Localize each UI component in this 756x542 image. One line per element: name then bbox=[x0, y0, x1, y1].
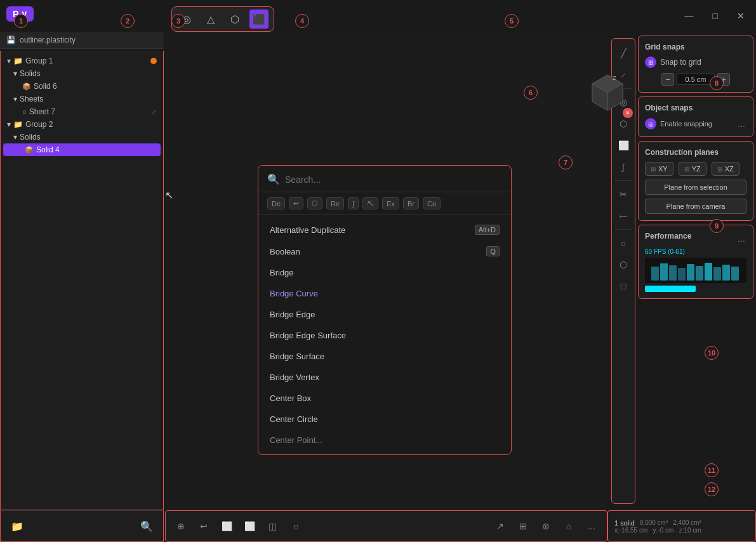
cat-de[interactable]: De bbox=[267, 197, 285, 209]
result-label: Alternative Duplicate bbox=[270, 225, 345, 235]
line-tool[interactable]: ╱ bbox=[614, 44, 633, 63]
bbox-tool-btn[interactable]: ⬜ bbox=[241, 517, 258, 535]
construction-planes-title: Construction planes bbox=[645, 148, 746, 157]
xz-plane-button[interactable]: ⊞ XZ bbox=[712, 162, 739, 176]
rect-tool[interactable]: ⬜ bbox=[614, 136, 633, 155]
result-bridge[interactable]: Bridge bbox=[258, 262, 511, 283]
rotate-tool-btn[interactable]: ↩ bbox=[195, 517, 213, 535]
performance-section: Performance ... 60 FPS (0-61) bbox=[638, 225, 753, 299]
group1-solids-label: Solids bbox=[20, 69, 41, 78]
result-center-point[interactable]: Center Point... bbox=[258, 430, 511, 451]
toolbar-divider3 bbox=[614, 229, 633, 230]
cat-solid[interactable]: ⬡ bbox=[307, 197, 322, 209]
scale-tool-btn[interactable]: ⬜ bbox=[218, 517, 235, 535]
cat-co[interactable]: Co bbox=[423, 197, 441, 209]
cat-undo[interactable]: ↩ bbox=[289, 197, 303, 209]
grid-tool-btn[interactable]: ⊞ bbox=[514, 517, 532, 535]
plane-from-camera-button[interactable]: Plane from camera bbox=[645, 199, 746, 214]
result-label: Bridge Edge bbox=[270, 310, 315, 319]
result-bridge-edge[interactable]: Bridge Edge bbox=[258, 304, 511, 325]
chevron-down-icon: ▾ bbox=[13, 95, 17, 103]
result-bridge-surface[interactable]: Bridge Surface bbox=[258, 346, 511, 367]
performance-more-button[interactable]: ... bbox=[736, 232, 746, 245]
solid6-item[interactable]: 📦 Solid 6 bbox=[1, 80, 163, 93]
group1-sheets-category[interactable]: ▾ Sheets bbox=[1, 93, 163, 105]
sidebar-bottom-bar: 📁 🔍 bbox=[0, 510, 164, 542]
toolbar-icon-solid[interactable]: ⬛ bbox=[249, 10, 269, 29]
construction-planes-section: Construction planes ⊞ XY ⊞ YZ ⊞ XZ Plane… bbox=[638, 141, 753, 221]
badge-6: 6 bbox=[524, 86, 538, 100]
group2-solids-category[interactable]: ▾ Solids bbox=[1, 131, 163, 143]
fps-display: 60 FPS (0-61) bbox=[645, 248, 746, 255]
search-results: Alternative Duplicate Alt+D Boolean Q Br… bbox=[258, 215, 511, 454]
cat-spline[interactable]: ∫ bbox=[348, 197, 359, 209]
chevron-down-icon: ▾ bbox=[13, 69, 17, 78]
sheet7-item[interactable]: ○ Sheet 7 ⤢ bbox=[1, 105, 163, 118]
solid4-item[interactable]: 📦 Solid 4 bbox=[3, 143, 161, 156]
solid-area: 8,000 cm² bbox=[640, 519, 668, 526]
toolbar-icon-hex[interactable]: ⬡ bbox=[225, 10, 244, 29]
svg-rect-28 bbox=[678, 268, 686, 281]
result-bridge-vertex[interactable]: Bridge Vertex bbox=[258, 367, 511, 388]
result-center-box[interactable]: Center Box bbox=[258, 388, 511, 409]
object-snap-icon: ◎ bbox=[645, 118, 656, 129]
badge-9: 9 bbox=[710, 219, 724, 233]
solid4-label: Solid 4 bbox=[36, 145, 60, 154]
snap-to-grid-label: Snap to grid bbox=[660, 58, 701, 67]
sphere-tool[interactable]: ○ bbox=[614, 234, 633, 253]
branch-tool-btn[interactable]: ⊛ bbox=[537, 517, 555, 535]
cube-widget[interactable]: Z ✕ bbox=[585, 70, 630, 116]
result-bridge-curve[interactable]: Bridge Curve bbox=[258, 283, 511, 304]
sidebar-folder-icon[interactable]: 📁 bbox=[11, 520, 23, 532]
align-tool-btn[interactable]: ⟤ bbox=[286, 517, 304, 535]
cat-re[interactable]: Re bbox=[326, 197, 344, 209]
xy-plane-button[interactable]: ⊞ XY bbox=[645, 162, 673, 176]
object-snaps-section: Object snaps ◎ Enable snapping ... bbox=[638, 96, 753, 137]
sidebar-search-icon[interactable]: 🔍 bbox=[140, 520, 153, 532]
more-tool-btn[interactable]: ... bbox=[583, 517, 600, 535]
search-popup: 🔍 De ↩ ⬡ Re ∫ ⛏ Ex Br Co Alternative Dup… bbox=[258, 165, 512, 455]
cat-tool[interactable]: ⛏ bbox=[362, 197, 378, 209]
plane-from-selection-button[interactable]: Plane from selection bbox=[645, 180, 746, 195]
group1-solids-category[interactable]: ▾ Solids bbox=[1, 67, 163, 80]
group1-item[interactable]: ▾ 📁 Group 1 bbox=[1, 55, 163, 67]
bend-tool[interactable]: ⟝ bbox=[614, 206, 633, 225]
top-toolbar: ◎ △ ⬡ ⬛ bbox=[171, 6, 274, 32]
result-boolean[interactable]: Boolean Q bbox=[258, 241, 511, 262]
coord-z: z:10 cm bbox=[679, 527, 701, 534]
badge-5: 5 bbox=[505, 14, 519, 28]
snap-tool-btn[interactable]: ↗ bbox=[491, 517, 509, 535]
svg-rect-27 bbox=[669, 265, 677, 281]
result-bridge-edge-surface[interactable]: Bridge Edge Surface bbox=[258, 325, 511, 346]
cat-br[interactable]: Br bbox=[403, 197, 419, 209]
mirror-tool-btn[interactable]: ◫ bbox=[263, 517, 281, 535]
sheet7-label: Sheet 7 bbox=[29, 107, 55, 116]
cat-ex[interactable]: Ex bbox=[382, 197, 399, 209]
status-bar: 1 solid 8,000 cm² 2,400 cm² x:-16.55 cm … bbox=[607, 510, 756, 542]
chevron-down-icon: ▾ bbox=[7, 56, 11, 65]
home-tool-btn[interactable]: ⌂ bbox=[560, 517, 578, 535]
snap-decrease-button[interactable]: − bbox=[661, 73, 674, 86]
svg-rect-25 bbox=[651, 267, 659, 281]
yz-plane-button[interactable]: ⊞ YZ bbox=[679, 162, 706, 176]
object-snaps-more-button[interactable]: ... bbox=[736, 117, 746, 130]
fps-graph bbox=[645, 258, 746, 283]
coord-y: y:-0 cm bbox=[653, 527, 674, 534]
close-button[interactable]: ✕ bbox=[732, 8, 750, 23]
maximize-button[interactable]: □ bbox=[708, 8, 723, 23]
move-tool-btn[interactable]: ⊕ bbox=[172, 517, 190, 535]
group2-item[interactable]: ▾ 📁 Group 2 bbox=[1, 118, 163, 131]
scissors-tool[interactable]: ✂ bbox=[614, 185, 633, 204]
minimize-button[interactable]: — bbox=[680, 8, 699, 23]
toolbar-icon-triangle[interactable]: △ bbox=[201, 10, 220, 29]
svg-rect-32 bbox=[713, 267, 721, 281]
spline-tool[interactable]: ∫ bbox=[614, 157, 633, 176]
hex-tool[interactable]: ⬡ bbox=[614, 255, 633, 274]
result-alternative-duplicate[interactable]: Alternative Duplicate Alt+D bbox=[258, 219, 511, 241]
solid-count: 1 solid bbox=[614, 519, 635, 527]
outliner-tree: ▾ 📁 Group 1 ▾ Solids 📦 Solid 6 ▾ Sheets … bbox=[0, 51, 164, 510]
box-tool[interactable]: □ bbox=[614, 277, 633, 296]
result-center-circle[interactable]: Center Circle bbox=[258, 409, 511, 430]
search-input[interactable] bbox=[285, 175, 502, 185]
window-controls: — □ ✕ bbox=[680, 8, 750, 23]
